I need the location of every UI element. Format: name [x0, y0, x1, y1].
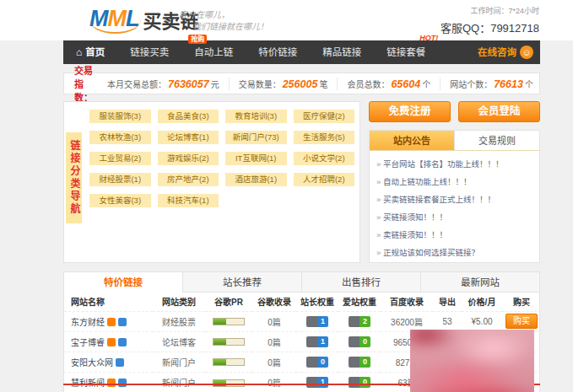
pr-bar — [213, 318, 245, 325]
category-link[interactable]: 房产地产(2) — [158, 173, 219, 186]
col-aizhan-weight: 爱站权重 — [338, 293, 381, 311]
announcement-link[interactable]: 卖链接须知！！！ — [376, 226, 532, 244]
announcement-link[interactable]: 买卖链链接套餐正式上线！！！ — [376, 191, 532, 208]
category-link[interactable]: 生活服务(5) — [294, 131, 355, 144]
pr-bar — [213, 338, 245, 346]
cell-google-pr — [205, 352, 252, 372]
announcement-list: 平台网站【排名】功能上线！！！ 自动上链功能上线！！！ 买卖链链接套餐正式上线！… — [370, 151, 539, 261]
col-google-pr: 谷歌PR — [205, 293, 252, 311]
nav-item-auto-link[interactable]: 抢购 自动上链 — [181, 40, 246, 64]
category-grid: 服装服饰(3) 食品美食(3) 教育培训(3) 医疗保健(2) 农林牧渔(3) … — [89, 110, 354, 207]
cell-baidu-index: 36200篇 — [381, 311, 433, 331]
baidu-icon — [116, 358, 124, 367]
site-name-link[interactable]: 东方财经 — [71, 318, 105, 327]
category-link[interactable]: 农林牧渔(3) — [89, 131, 151, 144]
col-export: 导出 — [433, 293, 462, 311]
col-buy: 购买 — [502, 293, 541, 311]
rush-badge: 抢购 — [188, 35, 207, 44]
stat-month-total: 本月交易总额：7636057元 — [98, 78, 229, 90]
category-link[interactable]: 小说文学(2) — [294, 152, 355, 165]
tab-special-links[interactable]: 特价链接 — [64, 272, 182, 293]
aizhan-weight-badge: 0 — [349, 377, 370, 388]
nav-label: 在线咨询 — [478, 40, 516, 64]
category-link[interactable]: 医疗保健(2) — [294, 110, 355, 123]
service-avatar-icon: ☺ — [520, 46, 533, 59]
aizhan-weight-badge: 0 — [349, 357, 370, 368]
category-link[interactable]: 工业贸易(2) — [89, 152, 151, 165]
cell-chinaz-weight: 1 — [296, 372, 338, 392]
announcement-link[interactable]: 正规站该如何选择买链接？ — [376, 244, 532, 261]
col-chinaz-weight: 站长权重 — [296, 293, 338, 311]
table-header-row: 网站名称 网站类别 谷歌PR 谷歌收录 站长权重 爱站权重 百度收录 导出 价格… — [64, 293, 541, 311]
logo-mml: MML — [89, 6, 141, 34]
cell-category: 财经股票 — [153, 311, 205, 331]
blurred-popup-overlay — [410, 330, 534, 392]
slogan-line1: 客户在哪儿， — [179, 9, 268, 21]
category-link[interactable]: 教育培训(3) — [225, 110, 287, 123]
cell-site-name: 安阳大众网 — [64, 352, 153, 372]
cell-google-pr — [205, 311, 252, 331]
nav-item-online-service[interactable]: 在线咨询 ☺ — [465, 40, 540, 64]
category-link[interactable]: 财经股票(1) — [89, 173, 151, 186]
announcement-link[interactable]: 平台网站【排名】功能上线！！！ — [376, 155, 532, 173]
announcement-link[interactable]: 买链接须知！！！ — [376, 208, 532, 226]
category-link[interactable]: 女性美容(3) — [89, 194, 151, 207]
category-link[interactable]: 论坛博客(1) — [158, 131, 219, 144]
category-link[interactable]: 食品美食(3) — [158, 110, 219, 123]
category-link[interactable]: IT互联网(1) — [225, 152, 287, 165]
nav-item-link-trade[interactable]: 链接买卖 — [117, 40, 181, 64]
stat-member-count: 会员总数：65604个 — [337, 78, 440, 90]
stat-site-count: 网站个数：76613个 — [440, 78, 543, 90]
tab-trade-rules[interactable]: 交易规则 — [454, 131, 539, 150]
cell-site-name: 宝子博睿 — [64, 331, 153, 352]
cell-buy: 购买 — [502, 311, 541, 331]
nav-item-special-links[interactable]: 特价链接 — [246, 40, 310, 64]
trade-index-title: 交易指数： — [74, 63, 93, 104]
main-nav: ⌂ 首页 链接买卖 抢购 自动上链 特价链接 精品链接 HOT! 链接套餐 在线… — [63, 40, 540, 64]
tab-webmaster-picks[interactable]: 站长推荐 — [182, 272, 301, 293]
category-link[interactable]: 游戏娱乐(2) — [158, 152, 219, 165]
login-button[interactable]: 会员登陆 — [458, 101, 540, 122]
cell-category: 新闻门户 — [153, 372, 205, 392]
cell-site-name: 东方财经 — [64, 311, 153, 331]
cell-aizhan-weight: 0 — [338, 331, 381, 352]
market-tabs: 特价链接 站长推荐 出售排行 最新网站 — [64, 272, 539, 293]
site-name-link[interactable]: 安阳大众网 — [71, 358, 113, 368]
baidu-icon — [118, 338, 127, 346]
nav-item-link-package[interactable]: HOT! 链接套餐 — [374, 40, 438, 64]
register-button[interactable]: 免费注册 — [369, 101, 451, 122]
site-name-link[interactable]: 宝子博睿 — [71, 338, 105, 347]
category-link[interactable]: 新闻门户(73) — [225, 131, 287, 144]
table-row: 东方财经 财经股票 0篇 1 2 36200篇 53 ¥5.00 购买 — [64, 311, 541, 331]
notice-box: 站内公告 交易规则 平台网站【排名】功能上线！！！ 自动上链功能上线！！！ 买卖… — [369, 130, 540, 263]
col-baidu-index: 百度收录 — [381, 293, 433, 311]
tab-sales-ranking[interactable]: 出售排行 — [301, 272, 420, 293]
category-link[interactable]: 人才招聘(2) — [294, 173, 355, 186]
nav-label: 自动上链 — [194, 40, 233, 64]
baidu-icon — [118, 318, 127, 326]
cell-google-index: 0篇 — [252, 311, 296, 331]
announcement-link[interactable]: 自动上链功能上线！！！ — [376, 173, 532, 191]
nav-item-home[interactable]: ⌂ 首页 — [63, 40, 117, 64]
snapshot-icon — [107, 318, 116, 326]
cell-site-name: 慧利新闻 — [64, 372, 153, 392]
cell-category: 论坛博客 — [153, 331, 205, 352]
chinaz-weight-badge: 1 — [306, 336, 328, 347]
col-site-name: 网站名称 — [64, 293, 153, 311]
nav-item-premium-links[interactable]: 精品链接 — [310, 40, 374, 64]
cell-price: ¥5.00 — [462, 311, 502, 331]
cell-chinaz-weight: 0 — [296, 352, 338, 372]
buy-button[interactable]: 购买 — [505, 314, 538, 329]
cell-google-index: 0篇 — [252, 372, 296, 392]
nav-label: 首页 — [85, 40, 105, 64]
category-link[interactable]: 酒店旅游(1) — [225, 173, 287, 186]
category-link[interactable]: 科技汽车(1) — [158, 194, 219, 207]
cell-google-pr — [205, 331, 252, 352]
cell-aizhan-weight: 0 — [338, 372, 381, 392]
category-link[interactable]: 服装服饰(3) — [89, 110, 151, 123]
tab-newest-sites[interactable]: 最新网站 — [420, 272, 539, 293]
tab-site-announcements[interactable]: 站内公告 — [370, 131, 454, 150]
cell-google-index: 0篇 — [252, 331, 296, 352]
snapshot-icon — [107, 338, 116, 346]
account-panel: 免费注册 会员登陆 站内公告 交易规则 平台网站【排名】功能上线！！！ 自动上链… — [369, 101, 540, 263]
